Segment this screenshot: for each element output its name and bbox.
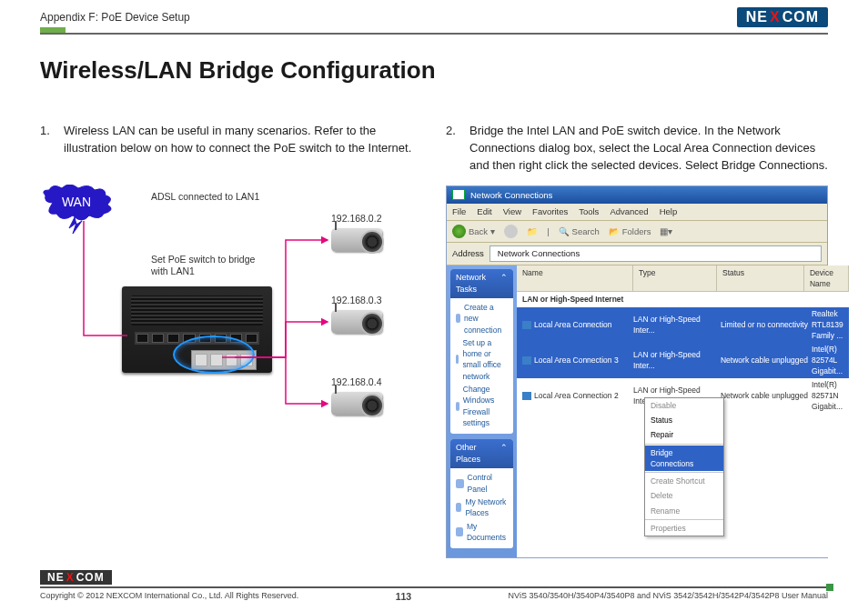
address-field[interactable]: Network Connections <box>490 245 822 262</box>
place-my-network[interactable]: My Network Places <box>456 496 508 519</box>
step-1-number: 1. <box>40 123 53 157</box>
connection-icon <box>522 356 531 365</box>
window-body: Network Tasks⌃ Create a new connection S… <box>447 265 827 558</box>
manual-title: NViS 3540/3540H/3540P4/3540P8 and NViS 3… <box>509 591 828 602</box>
window-toolbar: Back▾ 📁 | 🔍 Search 📂 Folders ▦▾ <box>447 221 827 243</box>
place-icon <box>456 479 464 488</box>
list-category: LAN or High-Speed Internet <box>517 292 849 306</box>
ctx-properties[interactable]: Properties <box>645 521 723 536</box>
camera-icon-2 <box>331 310 382 334</box>
appendix-title: Appendix F: PoE Device Setup <box>40 11 190 24</box>
wan-cloud-icon: WAN <box>40 185 118 235</box>
task-firewall[interactable]: Change Windows Firewall settings <box>456 384 508 428</box>
other-places-heading: Other Places <box>456 442 500 466</box>
connection-icon <box>522 392 531 400</box>
copyright: Copyright © 2012 NEXCOM International Co… <box>40 591 298 602</box>
place-icon <box>456 527 463 536</box>
other-places-panel: Other Places⌃ Control Panel My Network P… <box>450 439 513 548</box>
adsl-label: ADSL connected to LAN1 <box>151 190 259 204</box>
list-row-2[interactable]: Local Area Connection 3 LAN or High-Spee… <box>517 343 849 378</box>
search-button[interactable]: 🔍 Search <box>559 225 600 238</box>
menu-help[interactable]: Help <box>660 205 678 218</box>
network-tasks-heading: Network Tasks <box>456 272 500 295</box>
poe-highlight-circle <box>173 336 255 374</box>
menu-favorites[interactable]: Favorites <box>532 205 568 218</box>
context-menu: Disable Status Repair Bridge Connections… <box>644 397 724 537</box>
list-row-1[interactable]: Local Area Connection LAN or High-Speed … <box>517 307 849 343</box>
page-number: 113 <box>396 591 412 602</box>
poe-note: Set PoE switch to bridge with LAN1 <box>151 254 260 277</box>
col-left: 1. Wireless LAN can be useful in many sc… <box>40 123 420 558</box>
ctx-shortcut[interactable]: Create Shortcut <box>645 474 723 488</box>
camera-icon-3 <box>331 392 382 416</box>
task-icon <box>456 314 460 323</box>
ctx-status[interactable]: Status <box>645 413 723 427</box>
ctx-rename[interactable]: Rename <box>645 504 723 518</box>
sidebar: Network Tasks⌃ Create a new connection S… <box>447 265 517 558</box>
forward-icon[interactable] <box>504 225 518 238</box>
address-bar: Address Network Connections <box>447 243 827 265</box>
poe-device-icon <box>122 286 272 373</box>
up-button[interactable]: 📁 <box>527 225 538 238</box>
menu-advanced[interactable]: Advanced <box>610 205 648 218</box>
page-header: Appendix F: PoE Device Setup NEXCOM <box>0 0 868 33</box>
network-connections-window: Network Connections File Edit View Favor… <box>446 185 828 559</box>
ip-label-3: 192.168.0.4 <box>331 376 381 389</box>
step-2-number: 2. <box>446 123 459 175</box>
window-icon <box>452 189 465 200</box>
window-title: Network Connections <box>470 189 552 202</box>
ctx-repair[interactable]: Repair <box>645 427 723 442</box>
list-header: Name Type Status Device Name <box>517 265 849 293</box>
footer-rule <box>40 586 828 588</box>
footer-logo: NEXCOM <box>40 570 112 585</box>
back-button[interactable]: Back▾ <box>452 225 495 238</box>
connection-icon <box>522 321 531 329</box>
col-device[interactable]: Device Name <box>804 265 849 292</box>
task-setup-network[interactable]: Set up a home or small office network <box>456 337 508 382</box>
page-footer: NEXCOM Copyright © 2012 NEXCOM Internati… <box>40 568 828 602</box>
ctx-bridge[interactable]: Bridge Connections <box>645 446 723 472</box>
content-pane: Name Type Status Device Name LAN or High… <box>517 265 849 558</box>
step-2-text: Bridge the Intel LAN and PoE switch devi… <box>469 123 828 175</box>
col-right: 2. Bridge the Intel LAN and PoE switch d… <box>446 123 828 558</box>
ip-label-1: 192.168.0.2 <box>331 212 381 225</box>
ctx-disable[interactable]: Disable <box>645 398 723 413</box>
camera-icon-1 <box>331 228 382 252</box>
collapse-icon[interactable]: ⌃ <box>500 272 508 295</box>
window-titlebar: Network Connections <box>447 186 827 205</box>
menu-file[interactable]: File <box>452 205 466 218</box>
place-icon <box>456 503 461 512</box>
task-icon <box>456 402 459 411</box>
menu-tools[interactable]: Tools <box>579 205 599 218</box>
place-my-documents[interactable]: My Documents <box>456 521 508 544</box>
task-create-connection[interactable]: Create a new connection <box>456 302 508 336</box>
step-1: 1. Wireless LAN can be useful in many sc… <box>40 123 420 157</box>
col-status[interactable]: Status <box>717 265 804 292</box>
page-title: Wireless/LAN Bridge Configuration <box>40 56 868 85</box>
task-icon <box>456 355 459 364</box>
window-menubar: File Edit View Favorites Tools Advanced … <box>447 204 827 221</box>
back-icon <box>452 225 466 238</box>
col-name[interactable]: Name <box>517 265 633 292</box>
step-1-text: Wireless LAN can be useful in many scena… <box>64 123 420 157</box>
ip-label-2: 192.168.0.3 <box>331 294 381 307</box>
col-type[interactable]: Type <box>633 265 717 292</box>
brand-logo: NEXCOM <box>737 7 828 27</box>
network-tasks-panel: Network Tasks⌃ Create a new connection S… <box>450 269 513 435</box>
menu-view[interactable]: View <box>503 205 521 218</box>
step-2: 2. Bridge the Intel LAN and PoE switch d… <box>446 123 828 175</box>
header-green-tab <box>40 27 66 33</box>
wan-label: WAN <box>62 195 91 209</box>
content-columns: 1. Wireless LAN can be useful in many sc… <box>0 97 868 558</box>
collapse-icon[interactable]: ⌃ <box>500 442 508 466</box>
header-rule <box>40 33 828 35</box>
network-diagram: WAN ADSL connected to LAN1 Set PoE switc… <box>40 185 420 466</box>
views-button[interactable]: ▦▾ <box>660 225 672 238</box>
menu-edit[interactable]: Edit <box>477 205 491 218</box>
ctx-delete[interactable]: Delete <box>645 488 723 503</box>
folders-button[interactable]: 📂 Folders <box>609 225 651 238</box>
address-label: Address <box>452 247 484 260</box>
place-control-panel[interactable]: Control Panel <box>456 472 508 495</box>
